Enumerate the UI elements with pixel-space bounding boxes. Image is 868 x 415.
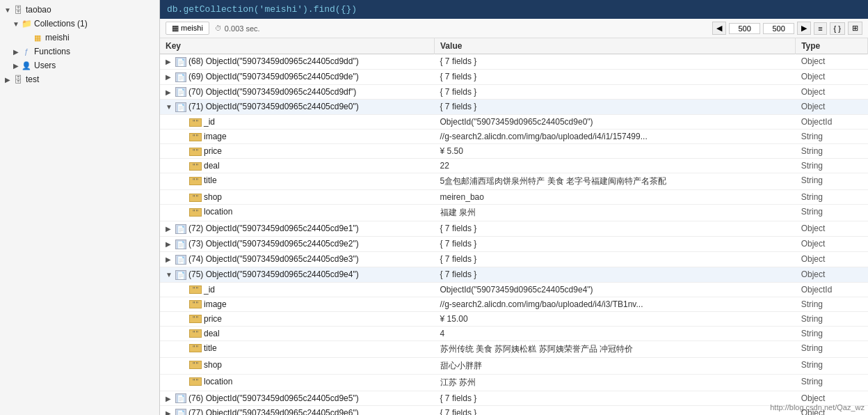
expand-arrow[interactable]: ▶ [166,395,175,402]
table-row[interactable]: ""deal22String [160,159,868,173]
expand-arrow[interactable]: ▶ [166,88,175,96]
expand-arrow[interactable]: ▶ [166,240,175,248]
value-cell: { 7 fields } [435,54,796,70]
value-cell: ¥ 15.00 [435,311,796,326]
key-text: (73) ObjectId("59073459d0965c24405cd9e2"… [188,239,359,249]
key-text: (74) ObjectId("59073459d0965c24405cd9e3"… [188,254,359,264]
value-cell: 4 [435,326,796,340]
table-row[interactable]: ""location江苏 苏州String [160,374,868,391]
main-content: ▦ meishi ⏱ 0.003 sec. ◀ ▶ ≡ { } ⊞ Key Va… [160,0,868,415]
table-row[interactable]: ▼ 📄(75) ObjectId("59073459d0965c24405cd9… [160,267,868,282]
sidebar-item-users[interactable]: ▶ 👤 Users [0,58,159,72]
clock-icon: ⏱ [215,24,222,32]
type-cell: String [796,297,868,311]
table-row[interactable]: ""title5盒包邮浦西瑶肉饼泉州特产 美食 老字号福建闽南特产名茶配Stri… [160,173,868,190]
type-cell: Object [796,267,868,282]
table-row[interactable]: ▶ 📄(69) ObjectId("59073459d0965c24405cd9… [160,69,868,84]
key-text: (69) ObjectId("59073459d0965c24405cd9de"… [188,72,359,81]
view-json-button[interactable]: { } [830,22,845,35]
expand-arrow-users: ▶ [11,62,21,70]
table-row[interactable]: ▶ 📄(70) ObjectId("59073459d0965c24405cd9… [160,84,868,100]
column-header-value: Value [435,38,796,54]
type-cell: Object [796,84,868,100]
table-row[interactable]: ""shopmeiren_baoString [160,190,868,205]
table-row[interactable]: ""title苏州传统 美食 苏阿姨松糕 苏阿姨荣誉产品 冲冠特价String [160,340,868,357]
type-cell: String [796,340,868,357]
key-text: (70) ObjectId("59073459d0965c24405cd9df"… [188,87,356,97]
db-icon-test: 🗄 [13,74,24,85]
page-prev-button[interactable]: ◀ [712,22,726,35]
table-row[interactable]: ▶ 📄(77) ObjectId("59073459d0965c24405cd9… [160,406,868,415]
table-row[interactable]: ▶ 📄(76) ObjectId("59073459d0965c24405cd9… [160,391,868,406]
view-tree-button[interactable]: ⊞ [848,22,862,35]
key-text: (76) ObjectId("59073459d0965c24405cd9e5"… [188,393,359,403]
sidebar-meishi-label: meishi [45,33,70,42]
view-table-button[interactable]: ≡ [814,22,826,35]
value-cell: ¥ 5.50 [435,144,796,159]
type-cell: String [796,357,868,374]
sidebar-functions-label: Functions [34,47,70,56]
type-cell: String [796,190,868,205]
function-icon: ƒ [21,46,32,57]
type-cell: Object [796,100,868,115]
table-row[interactable]: ▶ 📄(73) ObjectId("59073459d0965c24405cd9… [160,237,868,252]
value-cell: 苏州传统 美食 苏阿姨松糕 苏阿姨荣誉产品 冲冠特价 [435,340,796,357]
table-row[interactable]: ""deal4String [160,326,868,340]
field-icon: "" [189,377,202,386]
table-row[interactable]: ▶ 📄(68) ObjectId("59073459d0965c24405cd9… [160,54,868,70]
query-input[interactable] [167,4,861,15]
value-cell: ObjectId("59073459d0965c24405cd9e0") [435,115,796,130]
user-icon: 👤 [21,60,32,71]
table-row[interactable]: ""image//g-search2.alicdn.com/img/bao/up… [160,297,868,311]
expand-arrow[interactable]: ▶ [166,58,175,65]
page-skip-from[interactable] [729,23,760,34]
type-cell: String [796,374,868,391]
field-icon: "" [189,148,202,156]
value-cell: 甜心小胖胖 [435,357,796,374]
doc-icon: 📄 [175,87,186,97]
table-row[interactable]: ▶ 📄(74) ObjectId("59073459d0965c24405cd9… [160,251,868,267]
expand-arrow[interactable]: ▶ [166,225,175,233]
result-tab-meishi[interactable]: ▦ meishi [166,22,209,35]
key-text: price [204,314,222,324]
value-cell: //g-search2.alicdn.com/img/bao/uploaded/… [435,297,796,311]
tab-label: meishi [181,24,203,32]
doc-icon: 📄 [175,72,186,82]
table-row[interactable]: ""_idObjectId("59073459d0965c24405cd9e0"… [160,115,868,130]
key-text: (72) ObjectId("59073459d0965c24405cd9e1"… [188,224,359,233]
table-row[interactable]: ""price¥ 5.50String [160,144,868,159]
expand-arrow[interactable]: ▶ [166,409,175,415]
table-row[interactable]: ""price¥ 15.00String [160,311,868,326]
type-cell: Object [796,221,868,237]
table-row[interactable]: ""image//g-search2.alicdn.com/img/bao/up… [160,130,868,144]
sidebar-item-functions[interactable]: ▶ ƒ Functions [0,45,159,58]
table-row[interactable]: ""shop甜心小胖胖String [160,357,868,374]
table-body: ▶ 📄(68) ObjectId("59073459d0965c24405cd9… [160,54,868,416]
table-row[interactable]: ""location福建 泉州String [160,205,868,221]
sidebar-item-test[interactable]: ▶ 🗄 test [0,72,159,86]
page-skip-to[interactable] [763,23,794,34]
expand-arrow[interactable]: ▼ [166,103,175,111]
table-row[interactable]: ""_idObjectId("59073459d0965c24405cd9e4"… [160,282,868,297]
type-cell: String [796,205,868,221]
expand-arrow[interactable]: ▼ [166,271,175,279]
sidebar-item-meishi[interactable]: ▦ meishi [0,31,159,45]
type-cell: String [796,130,868,144]
field-icon: "" [189,344,202,352]
page-next-button[interactable]: ▶ [797,22,811,35]
field-icon: "" [189,162,202,171]
sidebar-db-label: taobao [26,5,51,15]
doc-icon: 📄 [175,270,186,280]
table-row[interactable]: ▶ 📄(72) ObjectId("59073459d0965c24405cd9… [160,221,868,237]
doc-icon: 📄 [175,240,186,249]
type-cell: Object [796,69,868,84]
results-table: Key Value Type ▶ 📄(68) ObjectId("5907345… [160,38,868,415]
table-row[interactable]: ▼ 📄(71) ObjectId("59073459d0965c24405cd9… [160,100,868,115]
sidebar-item-collections[interactable]: ▼ 📁 Collections (1) [0,17,159,31]
expand-arrow[interactable]: ▶ [166,73,175,81]
value-cell: { 7 fields } [435,69,796,84]
field-icon: "" [189,208,202,217]
key-text: location [204,207,232,217]
sidebar-item-taobao[interactable]: ▼ 🗄 taobao [0,3,159,17]
expand-arrow[interactable]: ▶ [166,256,175,263]
